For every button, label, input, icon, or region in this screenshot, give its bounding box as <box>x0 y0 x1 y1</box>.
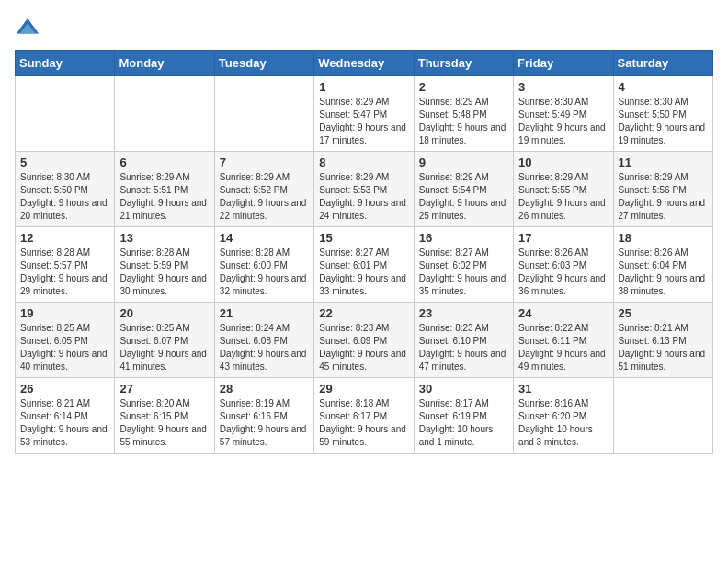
day-number: 12 <box>20 231 109 245</box>
day-number: 14 <box>220 231 309 245</box>
calendar-cell: 16Sunrise: 8:27 AMSunset: 6:02 PMDayligh… <box>414 227 513 303</box>
day-number: 31 <box>518 382 608 396</box>
cell-details: Sunrise: 8:29 AMSunset: 5:47 PMDaylight:… <box>319 96 408 147</box>
calendar-cell: 31Sunrise: 8:16 AMSunset: 6:20 PMDayligh… <box>514 378 613 454</box>
cell-details: Sunrise: 8:18 AMSunset: 6:17 PMDaylight:… <box>319 397 408 449</box>
calendar-week-row: 26Sunrise: 8:21 AMSunset: 6:14 PMDayligh… <box>16 378 713 454</box>
calendar-cell: 17Sunrise: 8:26 AMSunset: 6:03 PMDayligh… <box>514 227 613 303</box>
calendar-cell: 11Sunrise: 8:29 AMSunset: 5:56 PMDayligh… <box>613 152 712 227</box>
calendar-cell: 3Sunrise: 8:30 AMSunset: 5:49 PMDaylight… <box>514 76 613 152</box>
calendar: SundayMondayTuesdayWednesdayThursdayFrid… <box>15 50 713 454</box>
cell-details: Sunrise: 8:28 AMSunset: 5:57 PMDaylight:… <box>20 247 109 298</box>
calendar-cell: 7Sunrise: 8:29 AMSunset: 5:52 PMDaylight… <box>214 152 313 227</box>
day-number: 26 <box>20 382 109 396</box>
day-number: 4 <box>619 80 708 94</box>
cell-details: Sunrise: 8:28 AMSunset: 5:59 PMDaylight:… <box>119 247 209 298</box>
calendar-cell: 30Sunrise: 8:17 AMSunset: 6:19 PMDayligh… <box>414 378 513 454</box>
day-number: 28 <box>220 382 309 396</box>
day-number: 9 <box>419 155 508 169</box>
calendar-cell: 26Sunrise: 8:21 AMSunset: 6:14 PMDayligh… <box>16 378 115 454</box>
calendar-cell: 13Sunrise: 8:28 AMSunset: 5:59 PMDayligh… <box>115 227 214 303</box>
weekday-header-row: SundayMondayTuesdayWednesdayThursdayFrid… <box>16 51 713 76</box>
day-number: 17 <box>518 231 608 245</box>
cell-details: Sunrise: 8:22 AMSunset: 6:11 PMDaylight:… <box>518 322 608 373</box>
calendar-cell: 28Sunrise: 8:19 AMSunset: 6:16 PMDayligh… <box>214 378 313 454</box>
day-number: 19 <box>20 306 109 320</box>
day-number: 5 <box>20 155 109 169</box>
logo-icon <box>15 15 40 40</box>
day-number: 15 <box>319 231 408 245</box>
day-number: 20 <box>119 306 209 320</box>
calendar-week-row: 5Sunrise: 8:30 AMSunset: 5:50 PMDaylight… <box>16 152 713 227</box>
cell-details: Sunrise: 8:30 AMSunset: 5:49 PMDaylight:… <box>518 96 608 147</box>
calendar-cell <box>214 76 313 152</box>
day-number: 29 <box>319 382 408 396</box>
day-number: 7 <box>220 155 309 169</box>
day-number: 3 <box>518 80 608 94</box>
day-number: 6 <box>119 155 209 169</box>
calendar-cell: 14Sunrise: 8:28 AMSunset: 6:00 PMDayligh… <box>214 227 313 303</box>
day-number: 23 <box>419 306 508 320</box>
cell-details: Sunrise: 8:29 AMSunset: 5:51 PMDaylight:… <box>119 171 209 223</box>
weekday-header: Thursday <box>414 51 513 76</box>
day-number: 27 <box>119 382 209 396</box>
day-number: 25 <box>619 306 708 320</box>
cell-details: Sunrise: 8:23 AMSunset: 6:09 PMDaylight:… <box>319 322 408 373</box>
weekday-header: Saturday <box>613 51 712 76</box>
calendar-cell: 1Sunrise: 8:29 AMSunset: 5:47 PMDaylight… <box>314 76 414 152</box>
cell-details: Sunrise: 8:24 AMSunset: 6:08 PMDaylight:… <box>220 322 309 373</box>
cell-details: Sunrise: 8:29 AMSunset: 5:56 PMDaylight:… <box>619 171 708 223</box>
weekday-header: Tuesday <box>214 51 313 76</box>
cell-details: Sunrise: 8:29 AMSunset: 5:48 PMDaylight:… <box>419 96 508 147</box>
cell-details: Sunrise: 8:21 AMSunset: 6:14 PMDaylight:… <box>20 397 109 449</box>
cell-details: Sunrise: 8:29 AMSunset: 5:55 PMDaylight:… <box>518 171 608 223</box>
day-number: 24 <box>518 306 608 320</box>
cell-details: Sunrise: 8:23 AMSunset: 6:10 PMDaylight:… <box>419 322 508 373</box>
cell-details: Sunrise: 8:17 AMSunset: 6:19 PMDaylight:… <box>419 397 508 449</box>
weekday-header: Friday <box>514 51 613 76</box>
calendar-cell: 8Sunrise: 8:29 AMSunset: 5:53 PMDaylight… <box>314 152 414 227</box>
calendar-cell: 23Sunrise: 8:23 AMSunset: 6:10 PMDayligh… <box>414 303 513 378</box>
cell-details: Sunrise: 8:28 AMSunset: 6:00 PMDaylight:… <box>220 247 309 298</box>
calendar-cell: 4Sunrise: 8:30 AMSunset: 5:50 PMDaylight… <box>613 76 712 152</box>
day-number: 11 <box>619 155 708 169</box>
cell-details: Sunrise: 8:27 AMSunset: 6:01 PMDaylight:… <box>319 247 408 298</box>
cell-details: Sunrise: 8:27 AMSunset: 6:02 PMDaylight:… <box>419 247 508 298</box>
cell-details: Sunrise: 8:30 AMSunset: 5:50 PMDaylight:… <box>619 96 708 147</box>
day-number: 13 <box>119 231 209 245</box>
calendar-cell: 12Sunrise: 8:28 AMSunset: 5:57 PMDayligh… <box>16 227 115 303</box>
page-header <box>15 15 713 40</box>
calendar-week-row: 12Sunrise: 8:28 AMSunset: 5:57 PMDayligh… <box>16 227 713 303</box>
cell-details: Sunrise: 8:29 AMSunset: 5:52 PMDaylight:… <box>220 171 309 223</box>
calendar-week-row: 1Sunrise: 8:29 AMSunset: 5:47 PMDaylight… <box>16 76 713 152</box>
day-number: 8 <box>319 155 408 169</box>
calendar-cell <box>115 76 214 152</box>
cell-details: Sunrise: 8:26 AMSunset: 6:04 PMDaylight:… <box>619 247 708 298</box>
weekday-header: Wednesday <box>314 51 414 76</box>
calendar-cell: 2Sunrise: 8:29 AMSunset: 5:48 PMDaylight… <box>414 76 513 152</box>
calendar-cell: 9Sunrise: 8:29 AMSunset: 5:54 PMDaylight… <box>414 152 513 227</box>
calendar-cell: 21Sunrise: 8:24 AMSunset: 6:08 PMDayligh… <box>214 303 313 378</box>
cell-details: Sunrise: 8:16 AMSunset: 6:20 PMDaylight:… <box>518 397 608 449</box>
calendar-cell: 25Sunrise: 8:21 AMSunset: 6:13 PMDayligh… <box>613 303 712 378</box>
cell-details: Sunrise: 8:29 AMSunset: 5:53 PMDaylight:… <box>319 171 408 223</box>
calendar-cell <box>613 378 712 454</box>
day-number: 2 <box>419 80 508 94</box>
cell-details: Sunrise: 8:29 AMSunset: 5:54 PMDaylight:… <box>419 171 508 223</box>
cell-details: Sunrise: 8:20 AMSunset: 6:15 PMDaylight:… <box>119 397 209 449</box>
calendar-cell: 20Sunrise: 8:25 AMSunset: 6:07 PMDayligh… <box>115 303 214 378</box>
day-number: 10 <box>518 155 608 169</box>
calendar-cell: 10Sunrise: 8:29 AMSunset: 5:55 PMDayligh… <box>514 152 613 227</box>
calendar-cell: 22Sunrise: 8:23 AMSunset: 6:09 PMDayligh… <box>314 303 414 378</box>
cell-details: Sunrise: 8:26 AMSunset: 6:03 PMDaylight:… <box>518 247 608 298</box>
calendar-cell: 29Sunrise: 8:18 AMSunset: 6:17 PMDayligh… <box>314 378 414 454</box>
cell-details: Sunrise: 8:25 AMSunset: 6:07 PMDaylight:… <box>119 322 209 373</box>
weekday-header: Sunday <box>16 51 115 76</box>
calendar-cell: 27Sunrise: 8:20 AMSunset: 6:15 PMDayligh… <box>115 378 214 454</box>
weekday-header: Monday <box>115 51 214 76</box>
day-number: 30 <box>419 382 508 396</box>
calendar-cell: 15Sunrise: 8:27 AMSunset: 6:01 PMDayligh… <box>314 227 414 303</box>
cell-details: Sunrise: 8:25 AMSunset: 6:05 PMDaylight:… <box>20 322 109 373</box>
calendar-cell: 19Sunrise: 8:25 AMSunset: 6:05 PMDayligh… <box>16 303 115 378</box>
day-number: 1 <box>319 80 408 94</box>
